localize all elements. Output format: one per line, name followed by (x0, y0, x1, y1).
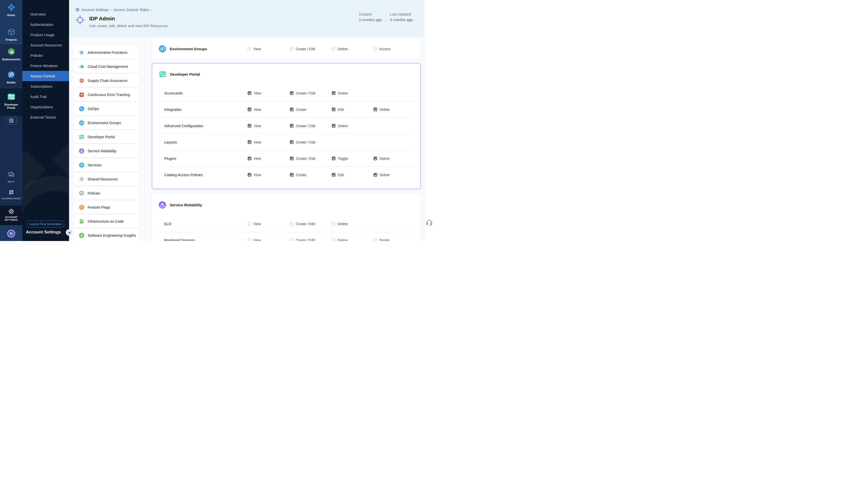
service-reliability-icon (158, 201, 166, 209)
rail-item-label: ACCOUNT SETTINGS (0, 216, 22, 221)
breadcrumb-link-account-settings[interactable]: Account Settings (82, 8, 109, 12)
rail-item-label: DASHBOARDS (0, 197, 22, 200)
rail-item-developer-portal[interactable]: Developer Portal (0, 88, 22, 116)
sidebar-item-access-control[interactable]: Access Control (22, 71, 69, 81)
sidebar-item-subscriptions[interactable]: Subscriptions (22, 81, 69, 91)
category-label: Shared Resources (88, 177, 118, 181)
category-continuous-error-tracking[interactable]: Continuous Error Tracking (74, 88, 138, 101)
permission-row: Advanced ConfigurationViewCreate / EditD… (152, 118, 421, 134)
permission-create: Create (290, 108, 332, 112)
checkbox-create[interactable] (290, 173, 293, 177)
checkbox-delete[interactable] (373, 156, 377, 160)
checkbox-delete[interactable] (332, 47, 335, 51)
panel-title: Developer Portal (170, 72, 200, 77)
sidebar-item-overview[interactable]: Overview (22, 9, 69, 19)
rail-item-home[interactable]: Home (0, 3, 22, 17)
category-service-reliability[interactable]: Service Reliability (74, 145, 138, 157)
checkbox-toggle[interactable] (332, 156, 336, 160)
sidebar-item-audit-trail[interactable]: Audit Trail (22, 91, 69, 102)
created-label: Created (359, 11, 382, 17)
checkbox-create-edit[interactable] (290, 124, 293, 128)
support-headset-icon[interactable] (426, 219, 433, 226)
settings-sidebar: OverviewAuthenticationProduct UsageAccou… (22, 0, 69, 241)
rail-item-deployments[interactable]: Deployments (0, 47, 22, 61)
category-developer-portal[interactable]: Developer Portal (74, 130, 138, 143)
rail-item-builds[interactable]: Builds (0, 70, 22, 84)
checkbox-create-edit[interactable] (289, 238, 293, 241)
checkbox-view[interactable] (248, 173, 251, 177)
checkbox-create-edit[interactable] (289, 47, 293, 51)
checkbox-create-edit[interactable] (290, 91, 293, 95)
category-environment-groups[interactable]: Environment Groups (74, 116, 138, 129)
checkbox-view[interactable] (247, 47, 251, 51)
checkbox-edit[interactable] (332, 173, 336, 177)
checkbox-access[interactable] (373, 47, 377, 51)
sidebar-item-account-resources[interactable]: Account Resources (22, 40, 69, 50)
last-updated-block: Last Updated 5 months ago (386, 11, 417, 23)
checkbox-create-edit[interactable] (290, 156, 293, 160)
rail-item-dashboards[interactable]: DASHBOARDS (0, 189, 22, 200)
checkbox-toggle[interactable] (373, 238, 377, 241)
breadcrumb: Account Settings › Access Control: Roles… (75, 7, 152, 12)
checkbox-view[interactable] (248, 124, 251, 128)
developer-portal-icon (79, 134, 84, 140)
sidebar-item-external-tickets[interactable]: External Tickets (22, 112, 69, 122)
service-reliability-icon (79, 148, 84, 154)
permission-row: LayoutsViewCreate / Edit (152, 134, 421, 150)
breadcrumb-link-access-control-roles[interactable]: Access Control: Roles (113, 8, 149, 12)
category-label: Supply Chain Assurance (88, 79, 127, 83)
checkbox-delete[interactable] (332, 222, 335, 226)
checkbox-create-edit[interactable] (289, 222, 293, 226)
checkbox-view[interactable] (247, 238, 251, 241)
checkbox-view[interactable] (248, 156, 251, 160)
category-label: Continuous Error Tracking (88, 93, 130, 97)
checkbox-edit[interactable] (332, 108, 336, 111)
rail-item-label: HELP (0, 180, 22, 183)
rail-item-projects[interactable]: Projects (0, 28, 22, 41)
permission-edit: Edit (332, 108, 373, 112)
continuous-error-tracking-icon (79, 92, 84, 97)
sidebar-collapse-button[interactable]: ◀ (66, 229, 72, 236)
category-administrative-functions[interactable]: Administrative Functions (74, 46, 138, 59)
sidebar-item-authentication[interactable]: Authentication (22, 19, 69, 30)
developer-portal-icon (7, 92, 16, 101)
category-shared-resources[interactable]: Shared Resources (74, 173, 138, 185)
permission-view: View (247, 222, 289, 226)
category-gitops[interactable]: GitOps (74, 102, 138, 115)
checkbox-view[interactable] (248, 140, 251, 144)
permission-create-edit: Create / Edit (289, 47, 332, 51)
all-modules-button[interactable] (5, 117, 17, 124)
launch-first-generation-button[interactable]: Launch First Generation (27, 221, 64, 228)
rail-item-label: Home (0, 13, 22, 17)
sidebar-item-policies[interactable]: Policies (22, 50, 69, 61)
category-software-engineering-insights[interactable]: Software Engineering Insights (74, 229, 138, 241)
permission-rows: ScorecardsViewCreate / EditDeleteIntegra… (152, 85, 421, 183)
category-infrastructure-as-code[interactable]: Infrastructure as Code (74, 215, 138, 228)
rail-item-help[interactable]: ? HELP (0, 171, 22, 183)
sidebar-item-freeze-windows[interactable]: Freeze Windows (22, 61, 69, 71)
sidebar-item-organizations[interactable]: Organizations (22, 102, 69, 112)
checkbox-create-edit[interactable] (290, 140, 293, 144)
checkbox-create[interactable] (290, 108, 293, 111)
checkbox-view[interactable] (248, 91, 251, 95)
checkbox-view[interactable] (247, 222, 251, 226)
category-policies[interactable]: Policies (74, 187, 138, 200)
category-supply-chain-assurance[interactable]: Supply Chain Assurance (74, 74, 138, 87)
rail-item-label: Deployments (0, 58, 22, 61)
rail-item-account-settings[interactable]: ACCOUNT SETTINGS (0, 206, 22, 225)
category-services[interactable]: Services (74, 158, 138, 171)
services-icon (79, 162, 84, 168)
permission-delete: Delete (332, 222, 373, 226)
checkbox-delete[interactable] (332, 124, 336, 128)
avatar[interactable]: D (7, 230, 15, 238)
settings-sidebar-items: OverviewAuthenticationProduct UsageAccou… (22, 0, 69, 122)
checkbox-view[interactable] (248, 108, 251, 111)
checkbox-delete[interactable] (373, 173, 377, 177)
category-cloud-cost-management[interactable]: $Cloud Cost Management (74, 60, 138, 73)
checkbox-delete[interactable] (373, 108, 377, 111)
permission-access: Access (373, 47, 421, 51)
checkbox-delete[interactable] (332, 238, 335, 241)
checkbox-delete[interactable] (332, 91, 336, 95)
sidebar-item-product-usage[interactable]: Product Usage (22, 30, 69, 40)
category-feature-flags[interactable]: Feature Flags (74, 201, 138, 214)
